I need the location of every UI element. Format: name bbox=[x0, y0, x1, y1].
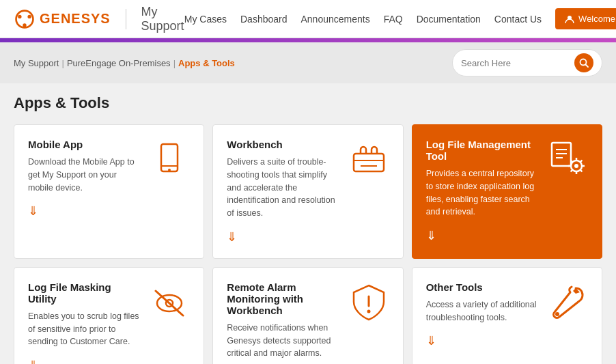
card-remote-alarm-header: Remote Alarm Monitoring with Workbench R… bbox=[227, 281, 389, 360]
card-log-file-header: Log File Management Tool Provides a cent… bbox=[426, 139, 588, 219]
svg-point-2 bbox=[27, 14, 31, 18]
card-log-masking-desc: Enables you to scrub log files of sensit… bbox=[28, 310, 142, 348]
mobile-app-icon bbox=[149, 139, 190, 180]
breadcrumb-apps-tools[interactable]: Apps & Tools bbox=[178, 58, 235, 68]
nav-dashboard[interactable]: Dashboard bbox=[240, 14, 288, 25]
card-mobile-app-title: Mobile App bbox=[28, 139, 142, 150]
nav-my-cases[interactable]: My Cases bbox=[184, 14, 227, 25]
logo-divider bbox=[126, 9, 126, 29]
app-name: My Support bbox=[141, 5, 184, 33]
card-other-tools-header: Other Tools Access a variety of addition… bbox=[426, 281, 588, 324]
card-log-masking-header: Log File Masking Utility Enables you to … bbox=[28, 281, 190, 348]
breadcrumb-my-support[interactable]: My Support bbox=[14, 58, 59, 68]
search-button[interactable] bbox=[574, 53, 593, 72]
log-masking-icon bbox=[149, 281, 190, 322]
cards-grid: Mobile App Download the Mobile App to ge… bbox=[0, 119, 616, 364]
svg-point-3 bbox=[23, 23, 26, 27]
svg-point-31 bbox=[367, 309, 370, 313]
download-icon-workbench[interactable]: ⇓ bbox=[227, 230, 237, 244]
workbench-icon bbox=[348, 139, 389, 180]
svg-line-6 bbox=[586, 65, 589, 68]
genesys-logo-icon bbox=[14, 8, 36, 30]
card-workbench-header: Workbench Delivers a suite of trouble-sh… bbox=[227, 139, 389, 220]
log-file-icon bbox=[547, 139, 588, 180]
card-workbench: Workbench Delivers a suite of trouble-sh… bbox=[212, 124, 403, 259]
search-box bbox=[452, 49, 602, 76]
brand-name: GENESYS bbox=[40, 11, 111, 27]
card-other-tools: Other Tools Access a variety of addition… bbox=[412, 267, 602, 364]
card-mobile-app-footer: ⇓ bbox=[28, 204, 190, 219]
svg-point-18 bbox=[574, 164, 578, 168]
breadcrumb-bar: My Support | PureEngage On-Premises | Ap… bbox=[0, 42, 616, 83]
card-mobile-app-desc: Download the Mobile App to get My Suppor… bbox=[28, 156, 142, 194]
breadcrumb-sep-2: | bbox=[173, 58, 176, 68]
nav-contact-us[interactable]: Contact Us bbox=[494, 14, 542, 25]
svg-point-9 bbox=[168, 169, 171, 171]
search-input[interactable] bbox=[461, 58, 569, 68]
nav-announcements[interactable]: Announcements bbox=[300, 14, 369, 25]
card-log-masking: Log File Masking Utility Enables you to … bbox=[14, 267, 204, 364]
welcome-button[interactable]: Welcome, Erik Fester ▼ bbox=[555, 8, 616, 29]
download-icon-log-masking[interactable]: ⇓ bbox=[28, 359, 38, 364]
svg-line-26 bbox=[571, 170, 573, 172]
svg-line-24 bbox=[580, 170, 583, 172]
card-other-tools-desc: Access a variety of additional troublesh… bbox=[426, 298, 540, 324]
svg-point-1 bbox=[18, 14, 21, 18]
card-workbench-footer: ⇓ bbox=[227, 229, 389, 244]
svg-line-25 bbox=[580, 160, 583, 163]
card-log-masking-title: Log File Masking Utility bbox=[28, 281, 142, 305]
card-remote-alarm-desc: Receive notifications when Genesys detec… bbox=[227, 322, 341, 360]
nav-documentation[interactable]: Documentation bbox=[417, 14, 481, 25]
card-log-file-footer: ⇓ bbox=[426, 228, 588, 243]
download-icon-mobile[interactable]: ⇓ bbox=[28, 204, 38, 218]
card-workbench-desc: Delivers a suite of trouble-shooting too… bbox=[227, 156, 341, 220]
card-mobile-app-header: Mobile App Download the Mobile App to ge… bbox=[28, 139, 190, 194]
logo-genesys: GENESYS bbox=[14, 8, 111, 30]
svg-rect-7 bbox=[161, 144, 178, 171]
other-tools-icon bbox=[547, 281, 588, 322]
svg-rect-10 bbox=[354, 154, 384, 171]
welcome-text: Welcome, Erik Fester bbox=[578, 14, 616, 24]
download-icon-log-file[interactable]: ⇓ bbox=[426, 229, 436, 242]
card-workbench-title: Workbench bbox=[227, 139, 341, 150]
nav-faq[interactable]: FAQ bbox=[384, 14, 403, 25]
card-remote-alarm: Remote Alarm Monitoring with Workbench R… bbox=[212, 267, 403, 364]
card-log-masking-footer: ⇓ bbox=[28, 358, 190, 364]
top-bar: GENESYS My Support My Cases Dashboard An… bbox=[0, 0, 616, 38]
remote-alarm-icon bbox=[348, 281, 389, 322]
user-icon bbox=[565, 14, 574, 24]
page-title: Apps & Tools bbox=[14, 94, 602, 112]
card-log-file-title: Log File Management Tool bbox=[426, 139, 540, 162]
page-title-area: Apps & Tools bbox=[0, 83, 616, 119]
search-icon bbox=[579, 58, 589, 68]
card-log-file-management: Log File Management Tool Provides a cent… bbox=[412, 124, 602, 259]
card-log-file-desc: Provides a central repository to store i… bbox=[426, 167, 540, 219]
breadcrumb-pure-engage[interactable]: PureEngage On-Premises bbox=[67, 58, 171, 68]
card-mobile-app: Mobile App Download the Mobile App to ge… bbox=[14, 124, 204, 259]
card-other-tools-title: Other Tools bbox=[426, 281, 540, 293]
main-nav: My Cases Dashboard Announcements FAQ Doc… bbox=[184, 8, 616, 29]
card-remote-alarm-title: Remote Alarm Monitoring with Workbench bbox=[227, 281, 341, 316]
svg-point-32 bbox=[555, 312, 559, 316]
card-other-tools-footer: ⇓ bbox=[426, 333, 588, 348]
logo-area: GENESYS My Support bbox=[14, 5, 184, 33]
breadcrumb: My Support | PureEngage On-Premises | Ap… bbox=[14, 58, 235, 68]
breadcrumb-sep-1: | bbox=[61, 58, 64, 68]
download-icon-other-tools[interactable]: ⇓ bbox=[426, 334, 436, 348]
